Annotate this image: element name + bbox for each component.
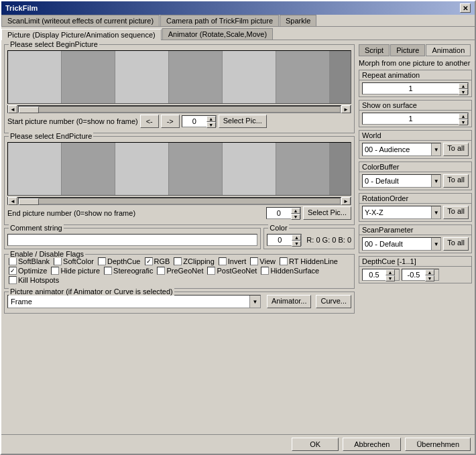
begin-select-pic-btn[interactable]: Select Pic... [219,115,267,128]
tab-scanlimit[interactable]: ScanLimit (writeout effects of current p… [1,15,160,26]
color-input[interactable] [267,235,292,245]
flag-item-invert[interactable]: Invert [219,257,247,265]
depth-spin-up2[interactable]: ▲ [425,269,434,275]
end-scroll-thumb[interactable] [19,198,39,205]
depth-cue-spinner2[interactable]: ▲ ▼ [402,269,439,281]
prev-btn[interactable]: <- [140,115,159,128]
end-scrollbar[interactable]: ◄ ► [7,197,351,205]
color-buffer-dropdown[interactable]: 0 - Default ▼ [362,174,441,188]
checkbox-box[interactable] [51,267,59,275]
checkbox-box[interactable] [280,257,288,265]
show-spin-down[interactable]: ▼ [459,119,468,125]
curve-btn[interactable]: Curve... [316,295,351,308]
scroll-right-arrow[interactable]: ► [341,105,351,113]
tab-picture-right[interactable]: Picture [390,44,425,56]
depth-spin-down2[interactable]: ▼ [425,275,434,281]
checkbox-box[interactable] [261,267,269,275]
checkbox-box[interactable] [145,257,153,265]
depth-spin-down1[interactable]: ▼ [385,275,395,281]
tab-camera-path[interactable]: Camera path of TrickFilm picture [160,15,279,26]
flag-item-softcolor[interactable]: SoftColor [54,257,94,265]
depth-cue-input2[interactable] [402,269,425,280]
begin-number-spinner[interactable]: ▲ ▼ [182,115,217,127]
checkbox-box[interactable] [157,267,165,275]
world-dropdown-arrow[interactable]: ▼ [431,143,440,155]
end-scroll-left-arrow[interactable]: ◄ [8,197,17,205]
depth-cue-input1[interactable] [363,269,385,280]
apply-button[interactable]: Übernehmen [405,438,471,451]
flag-item-optimize[interactable]: Optimize [9,267,47,275]
flag-item-stereografic[interactable]: Stereografic [104,267,153,275]
flag-item-rgb[interactable]: RGB [145,257,170,265]
depth-spin-up1[interactable]: ▲ [385,269,395,275]
world-to-all-btn[interactable]: To all [443,143,469,156]
scroll-left-arrow[interactable]: ◄ [8,105,17,113]
color-spin-up[interactable]: ▲ [292,235,301,241]
rotation-order-to-all-btn[interactable]: To all [443,206,469,219]
checkbox-box[interactable] [9,276,17,284]
scroll-track[interactable] [18,106,341,113]
checkbox-box[interactable] [174,257,182,265]
flag-item-depthcue[interactable]: DepthCue [98,257,141,265]
rotation-order-dropdown[interactable]: Y-X-Z ▼ [362,206,441,219]
checkbox-box[interactable] [98,257,106,265]
animator-dropdown[interactable]: Frame ▼ [7,295,261,308]
rotation-order-arrow[interactable]: ▼ [431,206,440,218]
tab-sparkle[interactable]: Sparkle [280,15,316,26]
flag-item-view[interactable]: View [250,257,276,265]
tab-animation[interactable]: Animation [426,44,471,56]
show-surface-spinner[interactable]: ▲ ▼ [362,113,469,125]
flag-item-zclipping[interactable]: ZClipping [174,257,214,265]
flag-item-rt-hiddenline[interactable]: RT HiddenLine [280,257,338,265]
dropdown-arrow-icon[interactable]: ▼ [249,296,260,308]
flag-item-pregeonet[interactable]: PreGeoNet [157,267,203,275]
checkbox-box[interactable] [54,257,62,265]
checkbox-box[interactable] [250,257,258,265]
scan-parameter-to-all-btn[interactable]: To all [443,237,469,251]
color-buffer-arrow[interactable]: ▼ [431,175,440,187]
repeat-animation-input[interactable] [363,83,459,94]
repeat-spin-down[interactable]: ▼ [459,89,468,95]
end-spin-up[interactable]: ▲ [291,208,300,214]
show-spin-up[interactable]: ▲ [459,113,468,119]
end-select-pic-btn[interactable]: Select Pic... [303,206,351,220]
end-scroll-track[interactable] [18,198,341,204]
flag-item-postgeonet[interactable]: PostGeoNet [207,267,257,275]
color-spin-down[interactable]: ▼ [292,241,301,247]
tab-script[interactable]: Script [359,44,390,56]
repeat-spin-up[interactable]: ▲ [459,83,468,89]
checkbox-box[interactable] [104,267,112,275]
close-button[interactable]: ✕ [460,3,471,13]
checkbox-box[interactable] [9,267,17,275]
end-number-spinner[interactable]: ▲ ▼ [266,207,301,219]
tab-animator[interactable]: Animator (Rotate,Scale,Move) [162,28,273,40]
scan-parameter-arrow[interactable]: ▼ [431,238,440,250]
ok-button[interactable]: OK [292,438,339,451]
spin-up[interactable]: ▲ [206,116,216,122]
color-buffer-to-all-btn[interactable]: To all [443,174,469,188]
scroll-thumb[interactable] [19,107,39,113]
end-number-input[interactable] [267,208,291,218]
scan-parameter-dropdown[interactable]: 00 - Default ▼ [362,237,441,251]
begin-number-input[interactable] [182,116,206,127]
color-spinner[interactable]: ▲ ▼ [267,234,302,246]
begin-scrollbar[interactable]: ◄ ► [7,105,351,113]
flag-item-softblank[interactable]: SoftBlank [9,257,50,265]
flag-item-hiddensurface[interactable]: HiddenSurface [261,267,319,275]
checkbox-box[interactable] [219,257,227,265]
comment-input[interactable] [7,234,257,246]
show-surface-input[interactable] [363,113,459,124]
tab-picture[interactable]: Picture (Display Picture/Animation seque… [1,29,162,40]
checkbox-box[interactable] [207,267,215,275]
flag-item-hide-picture[interactable]: Hide picture [51,267,100,275]
next-btn[interactable]: -> [161,115,180,128]
world-dropdown[interactable]: 00 - Audience ▼ [362,143,441,156]
spin-down[interactable]: ▼ [206,122,216,128]
end-scroll-right-arrow[interactable]: ► [341,197,351,205]
repeat-animation-spinner[interactable]: ▲ ▼ [362,82,469,94]
checkbox-box[interactable] [9,257,17,265]
flag-item-kill-hotspots[interactable]: Kill Hotspots [9,276,59,284]
animator-btn[interactable]: Animator... [267,295,312,308]
end-spin-down[interactable]: ▼ [291,214,300,220]
cancel-button[interactable]: Abbrechen [343,438,401,451]
